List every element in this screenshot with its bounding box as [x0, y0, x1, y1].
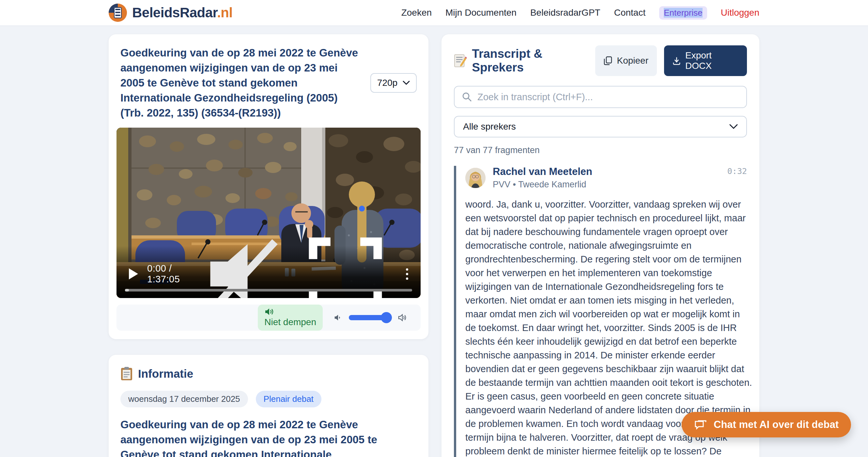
info-title: Goedkeuring van de op 28 mei 2022 te Gen…	[120, 417, 417, 457]
speaker-name: Rachel van Meetelen	[493, 166, 592, 178]
nav-link-mijn-documenten[interactable]: Mijn Documenten	[445, 7, 517, 18]
export-docx-button[interactable]: Export DOCX	[664, 45, 747, 76]
fragment-count: 77 van 77 fragmenten	[454, 145, 747, 155]
enterprise-badge[interactable]: Enterprise	[659, 6, 707, 20]
brand-logo-icon	[108, 4, 127, 22]
navbar: BeleidsRadar.nl Zoeken Mijn Documenten B…	[0, 0, 868, 26]
info-card: Informatie woensdag 17 december 2025 Ple…	[108, 355, 429, 457]
copy-button[interactable]: Kopieer	[595, 45, 657, 76]
date-badge: woensdag 17 december 2025	[120, 391, 248, 407]
brand-tld: .nl	[217, 5, 232, 20]
chat-ai-label: Chat met AI over dit debat	[714, 419, 839, 431]
nav-link-zoeken[interactable]: Zoeken	[401, 7, 432, 18]
copy-icon	[604, 56, 612, 65]
video-time: 0:00 / 1:37:05	[147, 263, 200, 285]
brand-name: BeleidsRadar.nl	[132, 5, 232, 21]
nav-links: Zoeken Mijn Documenten BeleidsradarGPT C…	[401, 6, 760, 20]
transcript-column: Transcript & Sprekers Kopieer	[441, 34, 760, 457]
speaker-filter-select[interactable]: Alle sprekers	[454, 116, 747, 138]
clipboard-icon	[120, 367, 133, 381]
main-content: Goedkeuring van de op 28 mei 2022 te Gen…	[0, 26, 868, 457]
chevron-down-icon	[403, 81, 410, 85]
muted-speaker-icon[interactable]	[200, 232, 285, 298]
video-player[interactable]: 0:00 / 1:37:05	[117, 128, 421, 298]
fullscreen-icon[interactable]	[303, 232, 388, 298]
speaker-green-icon	[264, 307, 274, 316]
play-button[interactable]	[129, 268, 138, 279]
volume-high-icon	[398, 313, 407, 322]
transcript-search[interactable]	[454, 86, 747, 108]
debate-type-badge: Plenair debat	[256, 391, 321, 407]
volume-slider[interactable]	[349, 315, 391, 320]
transcript-heading: Transcript & Sprekers	[472, 47, 595, 74]
chat-bubbles-icon	[694, 419, 707, 431]
volume-row: Niet dempen	[117, 305, 421, 331]
brand[interactable]: BeleidsRadar.nl	[108, 4, 232, 22]
volume-slider-group	[334, 313, 407, 322]
memo-icon	[454, 54, 467, 67]
unmute-button[interactable]: Niet dempen	[258, 305, 323, 331]
transcript-card: Transcript & Sprekers Kopieer	[441, 34, 760, 457]
volume-slider-thumb[interactable]	[381, 312, 392, 323]
video-controls-overlay: 0:00 / 1:37:05	[117, 246, 421, 298]
chat-ai-button[interactable]: Chat met AI over dit debat	[682, 412, 851, 437]
search-icon	[462, 92, 472, 102]
unmute-label: Niet dempen	[264, 317, 316, 327]
volume-low-icon	[334, 313, 342, 322]
speaker-meta: PVV • Tweede Kamerlid	[493, 180, 592, 190]
logout-link[interactable]: Uitloggen	[721, 7, 760, 18]
video-progress-bar[interactable]	[125, 289, 412, 292]
nav-link-contact[interactable]: Contact	[614, 7, 646, 18]
quality-select[interactable]: 720p	[370, 73, 417, 93]
kebab-icon[interactable]	[406, 268, 408, 280]
fragment-timestamp: 0:32	[727, 166, 747, 176]
video-card: Goedkeuring van de op 28 mei 2022 te Gen…	[108, 34, 429, 339]
search-input[interactable]	[477, 92, 739, 102]
info-heading: Informatie	[138, 367, 193, 380]
download-icon	[673, 56, 681, 65]
nav-link-beleidsradargpt[interactable]: BeleidsradarGPT	[530, 7, 600, 18]
video-column: Goedkeuring van de op 28 mei 2022 te Gen…	[108, 34, 429, 457]
video-title: Goedkeuring van de op 28 mei 2022 te Gen…	[120, 45, 359, 120]
speaker-avatar	[465, 168, 486, 188]
chevron-down-icon	[729, 124, 738, 129]
